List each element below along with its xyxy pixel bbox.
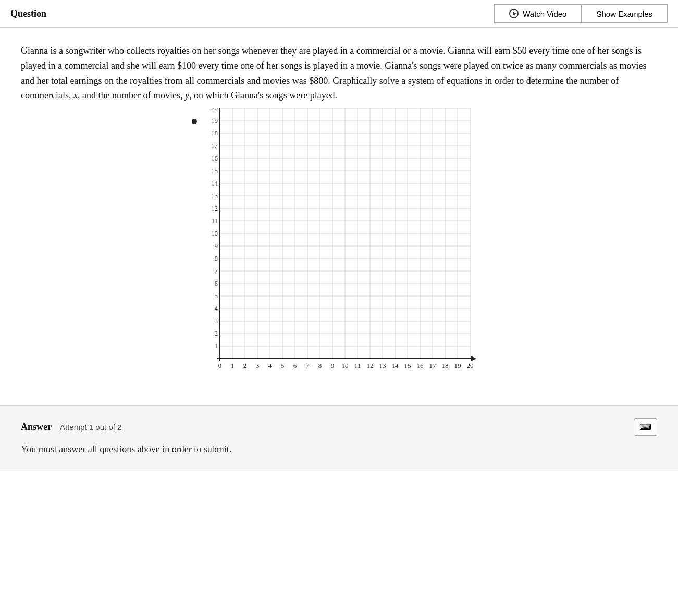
keyboard-button[interactable]: ⌨ — [634, 418, 657, 436]
question-body: Gianna is a songwriter who collects roya… — [0, 28, 678, 400]
show-examples-label: Show Examples — [596, 9, 652, 18]
page-header: Question Watch Video Show Examples — [0, 0, 678, 28]
answer-section: Answer Attempt 1 out of 2 ⌨ You must ans… — [0, 405, 678, 471]
play-circle-icon — [509, 9, 519, 18]
answer-message: You must answer all questions above in o… — [21, 444, 657, 455]
dot-indicator — [192, 119, 197, 124]
question-text: Gianna is a songwriter who collects roya… — [21, 43, 657, 103]
coordinate-graph[interactable] — [201, 108, 477, 374]
attempt-text: Attempt 1 out of 2 — [60, 423, 121, 432]
answer-title-group: Answer Attempt 1 out of 2 — [21, 422, 121, 433]
keyboard-icon: ⌨ — [639, 422, 651, 432]
answer-title: Answer — [21, 422, 52, 432]
watch-video-label: Watch Video — [523, 9, 566, 18]
watch-video-button[interactable]: Watch Video — [494, 4, 581, 23]
graph-container — [21, 108, 657, 374]
show-examples-button[interactable]: Show Examples — [581, 4, 668, 23]
header-buttons: Watch Video Show Examples — [494, 4, 668, 23]
question-label: Question — [10, 8, 46, 19]
answer-header: Answer Attempt 1 out of 2 ⌨ — [21, 418, 657, 436]
